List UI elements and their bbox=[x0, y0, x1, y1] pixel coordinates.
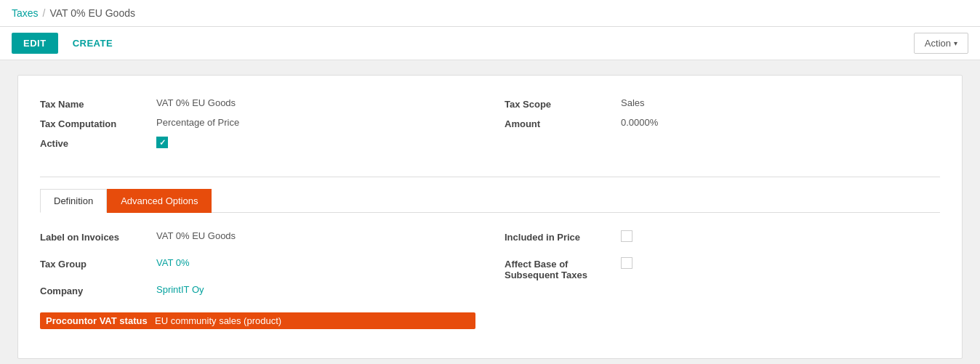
procountor-value: EU community sales (product) bbox=[155, 315, 281, 326]
label-on-invoices-value: VAT 0% EU Goods bbox=[156, 230, 236, 241]
action-label: Action bbox=[925, 38, 951, 49]
action-button[interactable]: Action ▾ bbox=[914, 33, 968, 54]
tax-name-label: Tax Name bbox=[40, 97, 156, 110]
left-column: Tax Name VAT 0% EU Goods Tax Computation… bbox=[40, 97, 475, 156]
procountor-row: Procountor VAT status EU community sales… bbox=[40, 312, 475, 329]
amount-row: Amount 0.0000% bbox=[505, 117, 940, 129]
amount-label: Amount bbox=[505, 117, 621, 129]
procountor-label: Procountor VAT status bbox=[46, 315, 155, 326]
tax-group-value[interactable]: VAT 0% bbox=[156, 257, 190, 268]
advanced-options-content: Label on Invoices VAT 0% EU Goods Tax Gr… bbox=[40, 230, 940, 329]
company-row: Company SprintIT Oy bbox=[40, 284, 475, 296]
affect-base-checkbox[interactable] bbox=[621, 257, 632, 269]
tax-name-value: VAT 0% EU Goods bbox=[156, 97, 236, 108]
tax-name-row: Tax Name VAT 0% EU Goods bbox=[40, 97, 475, 110]
toolbar: EDIT CREATE Action ▾ bbox=[0, 27, 980, 60]
tax-computation-row: Tax Computation Percentage of Price bbox=[40, 117, 475, 129]
label-on-invoices-label: Label on Invoices bbox=[40, 230, 156, 243]
adv-left-column: Label on Invoices VAT 0% EU Goods Tax Gr… bbox=[40, 230, 475, 329]
included-in-price-checkbox[interactable] bbox=[621, 230, 632, 242]
edit-button[interactable]: EDIT bbox=[12, 33, 58, 54]
create-button[interactable]: CREATE bbox=[64, 33, 121, 54]
tax-computation-value: Percentage of Price bbox=[156, 117, 239, 128]
tax-group-label: Tax Group bbox=[40, 257, 156, 270]
section-divider bbox=[40, 177, 940, 177]
affect-base-row: Affect Base of Subsequent Taxes bbox=[505, 257, 940, 280]
company-label: Company bbox=[40, 284, 156, 296]
breadcrumb-bar: Taxes / VAT 0% EU Goods bbox=[0, 0, 980, 27]
amount-value: 0.0000% bbox=[621, 117, 658, 128]
included-in-price-label: Included in Price bbox=[505, 230, 621, 243]
tax-scope-label: Tax Scope bbox=[505, 97, 621, 110]
active-row: Active bbox=[40, 137, 475, 149]
tab-advanced-options[interactable]: Advanced Options bbox=[107, 189, 212, 213]
right-column: Tax Scope Sales Amount 0.0000% bbox=[505, 97, 940, 156]
tax-scope-value: Sales bbox=[621, 97, 645, 108]
top-fields: Tax Name VAT 0% EU Goods Tax Computation… bbox=[40, 97, 940, 156]
breadcrumb-separator: / bbox=[43, 7, 46, 19]
tax-computation-label: Tax Computation bbox=[40, 117, 156, 129]
main-content: Tax Name VAT 0% EU Goods Tax Computation… bbox=[0, 60, 980, 364]
tabs-bar: Definition Advanced Options bbox=[40, 189, 940, 213]
tax-scope-row: Tax Scope Sales bbox=[505, 97, 940, 110]
label-on-invoices-row: Label on Invoices VAT 0% EU Goods bbox=[40, 230, 475, 243]
breadcrumb-current: VAT 0% EU Goods bbox=[49, 7, 135, 19]
included-in-price-row: Included in Price bbox=[505, 230, 940, 243]
adv-right-column: Included in Price Affect Base of Subsequ… bbox=[505, 230, 940, 329]
active-label: Active bbox=[40, 137, 156, 149]
action-caret: ▾ bbox=[954, 39, 957, 47]
tax-group-row: Tax Group VAT 0% bbox=[40, 257, 475, 270]
form-card: Tax Name VAT 0% EU Goods Tax Computation… bbox=[17, 75, 963, 359]
breadcrumb-parent-link[interactable]: Taxes bbox=[12, 7, 39, 19]
affect-base-label: Affect Base of Subsequent Taxes bbox=[505, 257, 621, 280]
tab-definition[interactable]: Definition bbox=[40, 189, 107, 213]
active-checkbox[interactable] bbox=[156, 137, 168, 148]
company-value[interactable]: SprintIT Oy bbox=[156, 284, 204, 295]
